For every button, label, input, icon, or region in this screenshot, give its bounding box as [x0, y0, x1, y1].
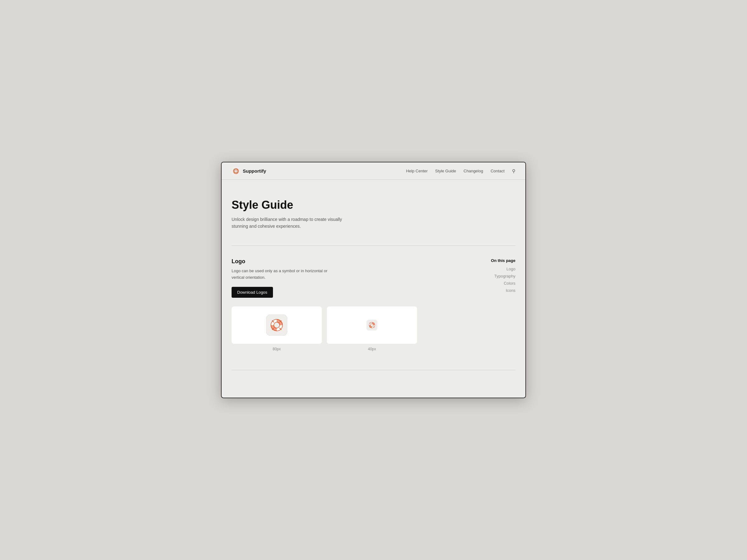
logo-preview-icon-large — [266, 315, 287, 336]
logo-section-title: Logo — [232, 258, 468, 265]
svg-rect-0 — [232, 167, 240, 176]
logo-preview-item-40: 40px — [327, 306, 417, 351]
logo-section-desc: Logo can be used only as a symbol or in … — [232, 268, 331, 281]
logo-section: Logo Logo can be used only as a symbol o… — [232, 258, 468, 351]
hero-subtitle: Unlock design brilliance with a roadmap … — [232, 216, 344, 230]
content-area: Logo Logo can be used only as a symbol o… — [232, 258, 468, 351]
svg-rect-14 — [367, 320, 377, 330]
sidebar-item-logo[interactable]: Logo — [478, 267, 515, 271]
logo-card-large — [232, 306, 322, 344]
nav-contact[interactable]: Contact — [491, 169, 505, 173]
nav-help-center[interactable]: Help Center — [406, 169, 428, 173]
logo-size-label-40: 40px — [327, 347, 417, 351]
brand-logo-icon — [232, 167, 240, 176]
sidebar-heading: On this page — [478, 258, 515, 263]
on-this-page-sidebar: On this page Logo Typography Colors Icon… — [478, 258, 515, 351]
logo-card-small — [327, 306, 417, 344]
download-logos-button[interactable]: Download Logos — [232, 287, 273, 298]
main-content: Logo Logo can be used only as a symbol o… — [222, 246, 525, 364]
sidebar-item-icons[interactable]: Icons — [478, 288, 515, 293]
page-title: Style Guide — [232, 198, 515, 212]
nav-links: Help Center Style Guide Changelog Contac… — [406, 168, 515, 174]
sidebar-item-colors[interactable]: Colors — [478, 281, 515, 286]
logo-preview-item-80: 80px — [232, 306, 322, 351]
logo-previews: 80px — [232, 306, 468, 351]
svg-rect-7 — [266, 315, 287, 336]
hero-section: Style Guide Unlock design brilliance wit… — [222, 180, 525, 245]
nav-style-guide[interactable]: Style Guide — [435, 169, 456, 173]
logo-preview-icon-small — [367, 320, 377, 330]
logo-size-label-80: 80px — [232, 347, 322, 351]
sidebar-item-typography[interactable]: Typography — [478, 274, 515, 278]
nav-changelog[interactable]: Changelog — [463, 169, 483, 173]
browser-window: Supportify Help Center Style Guide Chang… — [221, 162, 526, 398]
nav-logo[interactable]: Supportify — [232, 167, 266, 176]
navigation: Supportify Help Center Style Guide Chang… — [222, 162, 525, 180]
brand-name: Supportify — [243, 168, 266, 174]
bottom-divider — [232, 370, 515, 370]
search-icon[interactable]: ⚲ — [512, 168, 515, 174]
